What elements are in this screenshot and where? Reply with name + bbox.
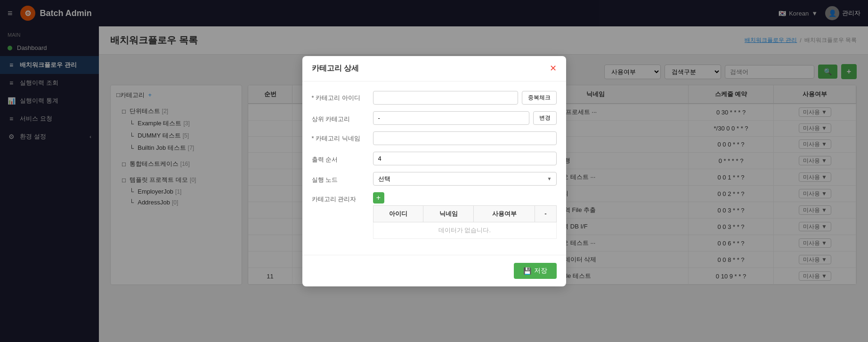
- exec-node-select-wrapper: 선택: [373, 172, 557, 186]
- manager-col-status: 사용여부: [474, 205, 535, 222]
- exec-node-select[interactable]: 선택: [373, 172, 557, 186]
- manager-col-action: -: [535, 205, 556, 222]
- manager-add-button[interactable]: +: [373, 192, 384, 204]
- category-nickname-label: * 카테고리 닉네임: [312, 131, 373, 143]
- manager-empty-row: 데이터가 없습니다.: [373, 222, 556, 238]
- manager-label: 카테고리 관리자: [312, 192, 373, 204]
- modal-body: * 카테고리 아이디 중복체크 상위 카테고리 변경 * 카테고: [302, 81, 566, 255]
- save-icon: 💾: [523, 267, 531, 275]
- save-label: 저장: [534, 267, 547, 275]
- change-button[interactable]: 변경: [533, 111, 557, 125]
- form-row-category-nickname: * 카테고리 닉네임: [312, 131, 557, 145]
- save-button[interactable]: 💾 저장: [514, 263, 557, 279]
- manager-table-header: +: [373, 192, 557, 204]
- category-detail-modal: 카테고리 상세 ✕ * 카테고리 아이디 중복체크 상위 카테고리: [302, 56, 566, 286]
- modal-close-button[interactable]: ✕: [550, 64, 557, 73]
- dup-check-button[interactable]: 중복체크: [522, 91, 557, 105]
- output-order-group: [373, 152, 557, 165]
- modal-footer: 💾 저장: [302, 255, 566, 286]
- form-row-category-id: * 카테고리 아이디 중복체크: [312, 91, 557, 105]
- parent-category-group: 변경: [373, 111, 557, 125]
- exec-node-group: 선택: [373, 172, 557, 186]
- form-row-exec-node: 실행 노드 선택: [312, 172, 557, 186]
- form-row-parent-category: 상위 카테고리 변경: [312, 111, 557, 125]
- exec-node-label: 실행 노드: [312, 173, 373, 184]
- manager-col-nickname: 닉네임: [423, 205, 474, 222]
- category-id-input[interactable]: [373, 91, 518, 105]
- form-row-manager: 카테고리 관리자 + 아이디 닉네임 사용여부 -: [312, 192, 557, 239]
- modal-header: 카테고리 상세 ✕: [302, 56, 566, 81]
- manager-empty-message: 데이터가 없습니다.: [373, 222, 556, 238]
- modal-title: 카테고리 상세: [312, 64, 359, 73]
- category-nickname-input[interactable]: [373, 131, 557, 145]
- modal-overlay[interactable]: 카테고리 상세 ✕ * 카테고리 아이디 중복체크 상위 카테고리: [0, 0, 868, 342]
- parent-category-input[interactable]: [373, 111, 529, 125]
- parent-category-label: 상위 카테고리: [312, 112, 373, 123]
- category-id-group: 중복체크: [373, 91, 557, 105]
- output-order-input[interactable]: [373, 152, 557, 165]
- manager-section: + 아이디 닉네임 사용여부 -: [373, 192, 557, 239]
- category-nickname-group: [373, 131, 557, 145]
- category-id-label: * 카테고리 아이디: [312, 91, 373, 102]
- app-container: ≡ ⚙ Batch Admin 🇰🇷 Korean ▼ 👤 관리자 Main D…: [0, 0, 868, 342]
- manager-col-id: 아이디: [373, 205, 423, 222]
- output-order-label: 출력 순서: [312, 153, 373, 164]
- form-row-output-order: 출력 순서: [312, 152, 557, 165]
- manager-table: 아이디 닉네임 사용여부 - 데이터가 없습니다.: [373, 205, 557, 239]
